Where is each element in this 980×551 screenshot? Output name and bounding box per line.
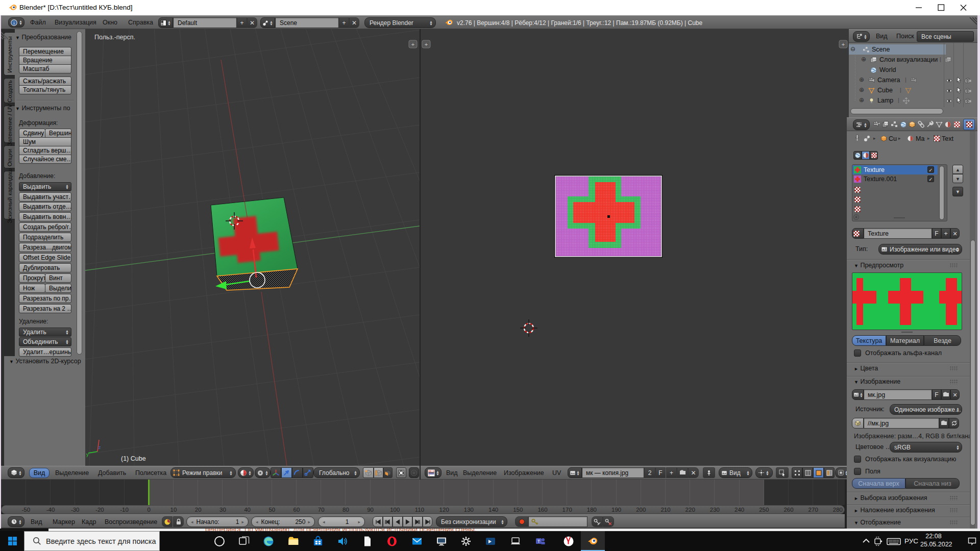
svg-text:+: + xyxy=(425,41,428,47)
svg-text:+: + xyxy=(411,41,414,47)
svg-text:+: + xyxy=(842,41,845,47)
svg-text:Польз.-персп.: Польз.-персп. xyxy=(94,34,135,41)
svg-text:(1) Cube: (1) Cube xyxy=(121,455,146,462)
svg-text:y: y xyxy=(86,452,89,457)
svg-text:z: z xyxy=(99,445,101,450)
svg-text:T: T xyxy=(537,539,541,544)
